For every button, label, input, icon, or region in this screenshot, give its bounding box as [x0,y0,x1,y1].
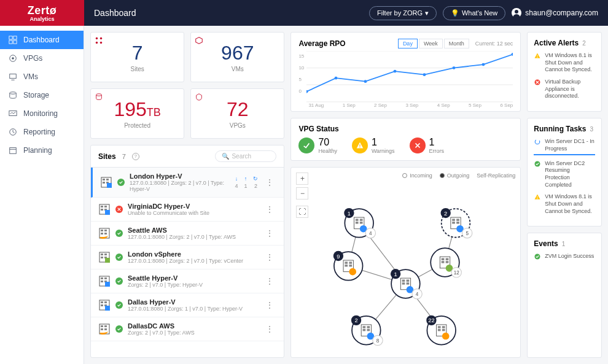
rpo-tab-week[interactable]: Week [419,39,443,48]
site-menu-button[interactable]: ⋮ [263,228,276,238]
search-input[interactable]: 🔍 Search [215,150,276,162]
sidebar-item-storage[interactable]: Storage [0,86,84,104]
legend-outgoing: Outgoing [440,172,470,179]
site-menu-button[interactable]: ⋮ [263,300,276,310]
site-type-icon [98,323,111,335]
svg-rect-44 [101,277,103,279]
svg-rect-38 [101,254,103,255]
topology-node[interactable]: 1 4 [391,269,422,299]
vpg-errors[interactable]: 1Errors [410,137,445,154]
svg-point-71 [512,53,513,56]
svg-point-5 [12,57,14,60]
site-row[interactable]: VirginiaDC Hyper-V Unable to Communicate… [91,198,284,222]
site-meta: Unable to Communicate with Site [128,210,258,216]
svg-rect-57 [104,325,107,327]
site-row[interactable]: Dallas Hyper-V 127.0.01:8080 | Zorgs: 1 … [91,293,284,317]
stat-card-sites[interactable]: 7 Sites [90,32,184,82]
stat-card-protected[interactable]: 195TB Protected [90,88,184,139]
svg-text:5: 5 [466,231,469,236]
svg-rect-51 [104,301,107,303]
svg-rect-3 [14,41,17,44]
sites-panel: Sites 7 ? 🔍 Search London Hyper-V 127.0.… [90,145,284,358]
svg-text:4: 4 [369,231,372,236]
sidebar-item-planning[interactable]: Planning [0,141,84,160]
search-icon: 🔍 [222,153,229,160]
site-meta: 127.0.01:8080 | Zorgs: 1 | v7.0 | Type: … [128,306,258,312]
svg-rect-26 [104,206,107,207]
svg-text:12: 12 [454,270,460,276]
list-item[interactable]: Virtual Backup Appliance is disconnected… [534,79,595,100]
vpg-status-card: VPG Status 70Healthy 1Warnings 1Errors [290,118,521,161]
list-item[interactable]: Win Server DC1 - In Progress [534,138,595,155]
topology-node[interactable]: 1 4 [345,208,376,238]
site-row[interactable]: Seattle Hyper-V Zorgs: 2 | v7.0 | Type: … [91,269,284,293]
app-header: Zertø Analytics Dashboard Filter by ZORG… [0,0,608,26]
site-row[interactable]: London Hyper-V 127.0.0.1:8080 | Zorgs: 2… [91,168,284,198]
svg-rect-29 [105,210,110,215]
site-row[interactable]: Seattle AWS 127.0.0.1:8080 | Zorgs: 2 | … [91,222,284,246]
planning-icon [9,146,17,155]
topology-node[interactable]: 22 [427,316,456,345]
rpo-current: Current: 12 sec [475,41,513,47]
rpo-tab-month[interactable]: Month [444,39,469,48]
topology-node[interactable]: 12 [431,248,462,277]
svg-point-66 [364,80,367,83]
site-name: London Hyper-V [130,172,230,180]
reporting-icon [9,128,17,136]
site-menu-button[interactable]: ⋮ [263,204,276,214]
topology-node[interactable]: 2 8 [351,316,383,346]
stat-card-vpgs[interactable]: 72 VPGs [190,88,284,139]
status-icon [115,254,123,261]
list-item[interactable]: VM Windows 8.1 is Shut Down and Cannot b… [534,193,595,215]
fit-button[interactable]: ⛶ [296,206,308,218]
chevron-down-icon: ▾ [425,9,429,17]
site-meta: Zorgs: 2 | v7.0 | Type: Hyper-V [128,282,258,288]
svg-rect-52 [101,304,103,306]
list-item[interactable]: ZVM Login Success [534,253,595,260]
site-menu-button[interactable]: ⋮ [263,324,276,334]
svg-point-8 [10,92,17,95]
site-row[interactable]: DallasDC AWS Zorgs: 2 | v7.0 | Type: AWS… [91,317,284,341]
site-type-icon [98,227,111,239]
sidebar-item-vpgs[interactable]: VPGs [0,49,84,68]
svg-rect-23 [107,183,112,188]
site-menu-button[interactable]: ⋮ [263,177,276,187]
whats-new-button[interactable]: 💡 What's New [443,6,505,20]
site-type-icon [98,203,111,215]
help-icon[interactable]: ? [132,153,139,160]
list-item[interactable]: Win Server DC2 Resuming Protection Compl… [534,160,595,189]
topology-card: + − ⛶ Incoming Outgoing Self-Replicating [290,167,521,358]
sidebar-item-reporting[interactable]: Reporting [0,123,84,141]
site-type-icon [100,176,112,188]
zoom-out-button[interactable]: − [296,187,308,199]
status-icon [115,230,123,237]
sidebar-item-monitoring[interactable]: Monitoring [0,104,84,123]
vpg-warnings[interactable]: 1Warnings [352,137,395,154]
topology-node[interactable]: 2 5 [441,208,472,238]
svg-point-69 [453,66,456,69]
list-item[interactable]: VM Windows 8.1 is Shut Down and Cannot b… [534,52,595,74]
svg-point-73 [359,147,360,147]
stat-card-vms[interactable]: 967 VMs [190,32,284,82]
site-row[interactable]: London vSphere 127.0.0.1:8080 | Zorgs: 2… [91,246,284,269]
svg-point-68 [423,73,426,76]
rpo-tab-day[interactable]: Day [398,39,418,48]
filter-zorg-button[interactable]: Filter by ZORG ▾ [369,6,437,20]
zoom-in-button[interactable]: + [296,172,308,185]
site-menu-button[interactable]: ⋮ [263,252,276,262]
sidebar-item-dashboard[interactable]: Dashboard [0,31,84,49]
vpg-healthy[interactable]: 70Healthy [298,137,337,154]
brand-name: Zertø [28,4,57,17]
vpg-status-title: VPG Status [298,125,513,133]
topology-graph[interactable]: 1 4 2 5 9 12 1 4 2 8 [291,168,520,357]
chart-y-axis: 15 10 5 0 [298,51,306,103]
topology-node[interactable]: 9 [333,251,363,281]
user-menu[interactable]: shaun@company.com [512,8,598,18]
sidebar-item-vms[interactable]: VMs [0,68,84,86]
svg-point-121 [442,333,450,340]
site-meta: 127.0.0.1:8080 | Zorgs: 2 | v7.0 | Type:… [130,180,230,192]
svg-rect-34 [104,230,107,231]
svg-text:2: 2 [445,211,448,217]
status-icon [117,179,125,186]
site-menu-button[interactable]: ⋮ [263,276,276,286]
